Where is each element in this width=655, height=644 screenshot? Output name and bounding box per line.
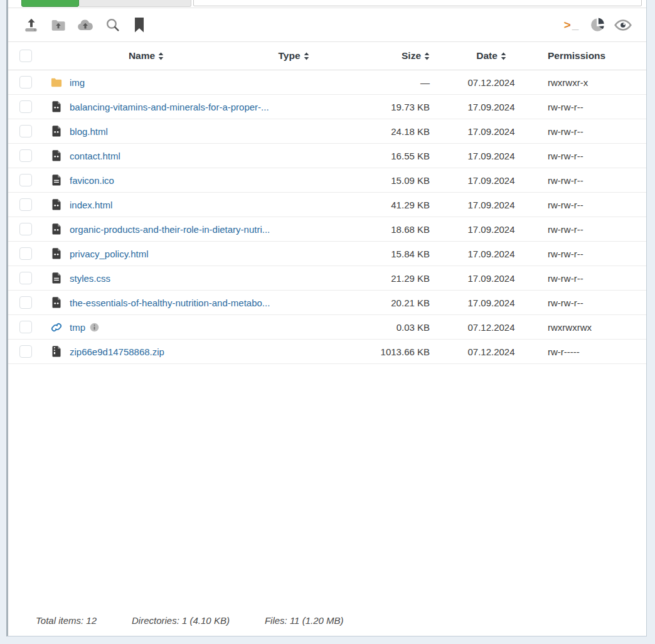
file-manager-panel: >_ NameTypeSizeDatePermissions img—07.12… — [6, 0, 647, 636]
file-size: 41.29 KB — [338, 200, 435, 210]
column-label: Size — [402, 50, 421, 62]
table-row: img—07.12.2024rwxrwxr-x — [8, 70, 646, 95]
file-permissions: rwxrwxrwx — [548, 322, 642, 333]
file-permissions: rw-r----- — [548, 346, 642, 357]
file-name-link[interactable]: styles.css — [70, 273, 110, 284]
file-name-link[interactable]: blog.html — [70, 126, 108, 137]
toolbar: >_ — [8, 8, 646, 41]
table-row: index.html41.29 KB17.09.2024rw-rw-r-- — [8, 193, 646, 217]
file-name-link[interactable]: the-essentials-of-healthy-nutrition-and-… — [70, 298, 270, 308]
file-size: 19.73 KB — [338, 102, 435, 112]
file-size: 18.68 KB — [338, 224, 435, 235]
link-icon — [51, 321, 62, 333]
toolbar-left-group — [22, 16, 149, 35]
html-icon — [51, 150, 62, 161]
search-icon[interactable] — [103, 16, 122, 35]
row-checkbox[interactable] — [19, 247, 32, 260]
file-date: 07.12.2024 — [435, 77, 548, 88]
file-icon — [51, 174, 62, 186]
row-checkbox[interactable] — [19, 174, 32, 186]
select-all-checkbox[interactable] — [19, 50, 32, 62]
info-badge-icon[interactable] — [90, 323, 99, 332]
file-icon — [51, 272, 62, 284]
file-date: 07.12.2024 — [435, 322, 548, 333]
column-header-date[interactable]: Date — [476, 50, 506, 62]
files-label: Files: 11 (1.20 MB) — [265, 615, 344, 626]
empty-area — [8, 364, 646, 615]
top-gray-track-fragment — [79, 0, 191, 7]
column-header-size[interactable]: Size — [402, 50, 430, 62]
preview-icon[interactable] — [614, 16, 632, 35]
html-icon — [51, 126, 62, 137]
html-icon — [51, 248, 62, 259]
folder-upload-icon[interactable] — [49, 16, 68, 35]
row-checkbox[interactable] — [19, 198, 32, 211]
sort-icon — [424, 52, 430, 60]
file-name-link[interactable]: contact.html — [70, 151, 120, 161]
cloud-upload-icon[interactable] — [76, 16, 95, 35]
file-name-link[interactable]: organic-products-and-their-role-in-dieta… — [70, 224, 270, 235]
file-name-link[interactable]: index.html — [70, 200, 112, 210]
file-date: 17.09.2024 — [435, 102, 548, 112]
column-label: Date — [476, 50, 498, 62]
file-name-link[interactable]: balancing-vitamins-and-minerals-for-a-pr… — [70, 102, 269, 112]
file-size: 16.55 KB — [338, 151, 435, 161]
file-name-link[interactable]: img — [70, 77, 85, 88]
file-name-link[interactable]: zip66e9d14758868.zip — [70, 346, 164, 357]
zip-icon — [51, 346, 62, 357]
row-checkbox[interactable] — [19, 125, 32, 137]
sort-icon — [158, 52, 164, 60]
sort-icon — [304, 52, 309, 60]
row-checkbox[interactable] — [19, 272, 32, 284]
total-items-label: Total items: 12 — [36, 615, 97, 626]
file-size: 24.18 KB — [338, 126, 435, 137]
file-permissions: rw-rw-r-- — [548, 151, 642, 161]
file-permissions: rw-rw-r-- — [548, 249, 642, 259]
top-cutoff-controls — [8, 0, 646, 8]
bookmark-icon[interactable] — [130, 16, 149, 35]
file-permissions: rw-rw-r-- — [548, 298, 642, 308]
path-input-fragment[interactable] — [193, 0, 642, 6]
row-checkbox[interactable] — [19, 76, 32, 89]
terminal-icon[interactable]: >_ — [562, 16, 581, 35]
file-date: 17.09.2024 — [435, 273, 548, 284]
file-date: 17.09.2024 — [435, 224, 548, 235]
row-checkbox[interactable] — [19, 100, 32, 113]
row-checkbox[interactable] — [19, 345, 32, 358]
html-icon — [51, 101, 62, 112]
file-permissions: rw-rw-r-- — [548, 224, 642, 235]
table-row: privacy_policy.html15.84 KB17.09.2024rw-… — [8, 242, 646, 266]
row-checkbox[interactable] — [19, 321, 32, 333]
file-permissions: rw-rw-r-- — [548, 200, 642, 210]
toolbar-right-group: >_ — [562, 16, 632, 35]
disk-usage-icon[interactable] — [588, 16, 607, 35]
top-green-button-fragment[interactable] — [21, 0, 79, 7]
file-list: img—07.12.2024rwxrwxr-xbalancing-vitamin… — [8, 70, 646, 364]
table-row: zip66e9d14758868.zip1013.66 KB07.12.2024… — [8, 340, 646, 364]
row-checkbox[interactable] — [19, 149, 32, 162]
file-permissions: rw-rw-r-- — [548, 273, 642, 284]
table-row: blog.html24.18 KB17.09.2024rw-rw-r-- — [8, 119, 646, 144]
file-date: 17.09.2024 — [435, 200, 548, 210]
table-row: tmp0.03 KB07.12.2024rwxrwxrwx — [8, 315, 646, 340]
row-checkbox[interactable] — [19, 223, 32, 235]
file-permissions: rwxrwxr-x — [548, 77, 642, 88]
file-name-link[interactable]: tmp — [70, 322, 85, 333]
table-row: the-essentials-of-healthy-nutrition-and-… — [8, 291, 646, 315]
file-date: 17.09.2024 — [435, 126, 548, 137]
file-date: 17.09.2024 — [435, 249, 548, 259]
table-row: styles.css21.29 KB17.09.2024rw-rw-r-- — [8, 266, 646, 291]
file-permissions: rw-rw-r-- — [548, 175, 642, 186]
column-header-type[interactable]: Type — [278, 50, 309, 62]
column-header-name[interactable]: Name — [129, 50, 164, 62]
column-label: Permissions — [548, 50, 605, 62]
column-label: Name — [129, 50, 155, 62]
file-permissions: rw-rw-r-- — [548, 102, 642, 112]
file-name-link[interactable]: favicon.ico — [70, 175, 114, 186]
html-icon — [51, 297, 62, 308]
upload-icon[interactable] — [22, 16, 41, 35]
directories-label: Directories: 1 (4.10 KB) — [132, 615, 230, 626]
file-size: — — [338, 77, 435, 88]
row-checkbox[interactable] — [19, 296, 32, 309]
file-name-link[interactable]: privacy_policy.html — [70, 249, 149, 259]
